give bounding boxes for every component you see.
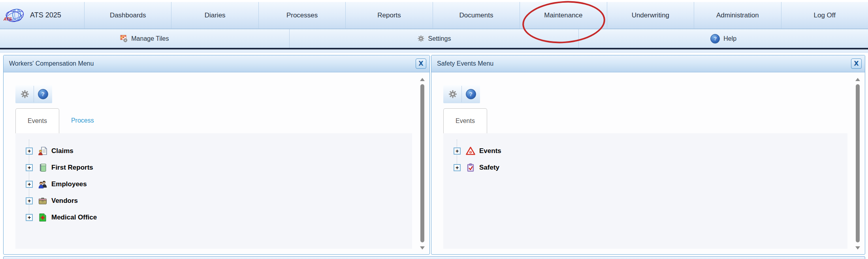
nav-item-administration[interactable]: Administration (694, 2, 781, 28)
nav-item-diaries[interactable]: Diaries (171, 2, 258, 28)
nav-item-underwriting[interactable]: Underwriting (607, 2, 694, 28)
vertical-scrollbar (419, 77, 426, 250)
brand: ATS ATS 2025 (0, 2, 84, 28)
tree-area: + E Events + Safet (443, 133, 847, 249)
tree-item-safety[interactable]: + Safety (454, 159, 847, 176)
scroll-up-icon[interactable] (420, 78, 425, 81)
tree-item-claims[interactable]: + Claims (26, 143, 412, 159)
workers-compensation-panel: Workers' Compensation Menu X ? (3, 55, 430, 255)
scroll-up-icon[interactable] (855, 78, 860, 81)
panel-header[interactable]: Safety Events Menu X (431, 55, 865, 72)
manage-tiles-button[interactable]: Manage Tiles (0, 29, 289, 48)
panel-settings-button[interactable] (444, 85, 461, 103)
manage-tiles-icon (120, 35, 128, 42)
scrollbar-thumb[interactable] (856, 84, 860, 242)
safety-events-panel: Safety Events Menu X ? (431, 55, 865, 255)
settings-label: Settings (428, 35, 451, 42)
panel-header[interactable]: Workers' Compensation Menu X (4, 55, 429, 72)
help-icon: ? (710, 34, 720, 43)
expand-icon[interactable]: + (26, 164, 33, 171)
panel-body: ? Events + E Events + (431, 72, 865, 254)
close-icon[interactable]: X (851, 59, 862, 69)
gear-icon (417, 35, 425, 42)
tree-item-vendors[interactable]: + Vendors (26, 193, 412, 209)
tree-item-label: Vendors (51, 197, 78, 205)
help-icon: ? (38, 89, 48, 99)
tree-item-first-reports[interactable]: + First Reports (26, 159, 412, 176)
panel-title: Safety Events Menu (437, 60, 851, 67)
expand-icon[interactable]: + (26, 181, 33, 188)
tree-item-label: Events (479, 147, 501, 155)
nav-item-reports[interactable]: Reports (345, 2, 432, 28)
help-label: Help (723, 35, 736, 42)
expand-icon[interactable]: + (26, 214, 33, 221)
expand-icon[interactable]: + (454, 147, 461, 155)
nav-item-log-off[interactable]: Log Off (781, 2, 868, 28)
help-button[interactable]: ? Help (578, 29, 868, 48)
main-navbar: ATS ATS 2025 Dashboards Diaries Processe… (0, 2, 868, 29)
gear-icon (448, 89, 458, 99)
claims-icon (38, 146, 47, 156)
vendors-icon (38, 196, 47, 206)
tree-item-label: Medical Office (51, 214, 97, 221)
svg-text:ATS: ATS (3, 17, 12, 21)
tree-area: + Claims + (15, 133, 412, 249)
tree-item-label: First Reports (51, 164, 93, 172)
medical-office-icon (38, 213, 47, 222)
panel-toolstrip: ? (15, 85, 52, 103)
ats-logo: ATS (3, 6, 25, 25)
scrollbar-thumb[interactable] (420, 84, 424, 242)
next-panel-edge (3, 256, 865, 259)
scroll-down-icon[interactable] (420, 246, 425, 250)
tree-item-employees[interactable]: + Employees (26, 176, 412, 193)
nav-item-processes[interactable]: Processes (258, 2, 345, 28)
panel-help-button[interactable]: ? (462, 85, 480, 103)
panel-settings-button[interactable] (16, 85, 34, 103)
tab-events[interactable]: Events (15, 108, 59, 134)
tree-item-label: Employees (51, 180, 87, 188)
settings-button[interactable]: Settings (289, 29, 579, 48)
nav-item-documents[interactable]: Documents (433, 2, 520, 28)
nav-item-maintenance[interactable]: Maintenance (520, 2, 606, 28)
safety-clipboard-icon (466, 163, 475, 172)
tab-events[interactable]: Events (443, 108, 487, 134)
toolbar-sub-rule (0, 49, 868, 53)
brand-label: ATS 2025 (30, 11, 61, 19)
tab-process[interactable]: Process (59, 108, 106, 133)
menu-tree: + E Events + Safet (443, 133, 847, 176)
warning-triangle-icon: E (466, 146, 475, 156)
nav-item-dashboards[interactable]: Dashboards (84, 2, 171, 28)
tabbar: Events (443, 107, 847, 134)
panel-body: ? Events Process + (4, 72, 429, 254)
tree-item-label: Claims (51, 147, 73, 155)
panel-toolstrip: ? (443, 85, 480, 103)
expand-icon[interactable]: + (454, 164, 461, 171)
tree-item-medical-office[interactable]: + Medical Office (26, 209, 412, 226)
expand-icon[interactable]: + (26, 147, 33, 155)
scroll-down-icon[interactable] (855, 246, 860, 250)
close-icon[interactable]: X (416, 59, 426, 69)
gear-icon (20, 89, 30, 99)
manage-tiles-label: Manage Tiles (131, 35, 169, 42)
panel-help-button[interactable]: ? (34, 85, 52, 103)
employees-icon (38, 180, 47, 189)
first-reports-icon (38, 163, 47, 172)
panel-title: Workers' Compensation Menu (9, 60, 416, 67)
tree-item-events[interactable]: + E Events (454, 143, 847, 159)
menu-tree: + Claims + (15, 133, 412, 226)
expand-icon[interactable]: + (26, 197, 33, 204)
tile-toolbar: Manage Tiles Settings ? Help (0, 29, 868, 48)
tabbar: Events Process (15, 107, 412, 134)
vertical-scrollbar (855, 77, 861, 250)
help-icon: ? (466, 89, 476, 99)
tree-item-label: Safety (479, 164, 499, 172)
